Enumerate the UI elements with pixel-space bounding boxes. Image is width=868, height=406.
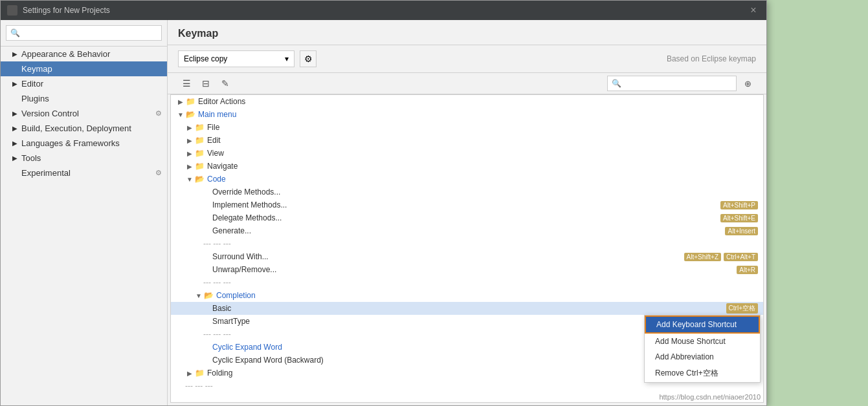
- tree-item-implement-methods[interactable]: Implement Methods... Alt+Shift+P: [171, 198, 763, 211]
- tree-item-main-menu[interactable]: ▼ 📂 Main menu: [171, 108, 763, 121]
- keymap-selector-left: Eclipse copy ▾ ⚙: [178, 50, 317, 67]
- tree-item-unwrap-remove[interactable]: Unwrap/Remove... Alt+R: [171, 263, 763, 276]
- expand-arrow-plugins: [11, 95, 19, 103]
- gear-icon-experimental: ⚙: [155, 169, 162, 177]
- main-panel: Keymap Eclipse copy ▾ ⚙ Based on Eclipse…: [168, 20, 766, 405]
- tree-item-editor-actions[interactable]: ▶ 📁 Editor Actions: [171, 95, 763, 108]
- context-menu-item-add-keyboard-shortcut[interactable]: Add Keyboard Shortcut: [645, 315, 760, 334]
- separator-1: --- --- ---: [171, 237, 763, 250]
- expand-arrow-appearance: ▶: [11, 50, 19, 58]
- settings-window: Settings for New Projects × ▶ Appearance…: [0, 0, 767, 406]
- tree-label-override-methods: Override Methods...: [212, 187, 758, 197]
- add-mouse-shortcut-label: Add Mouse Shortcut: [655, 337, 726, 346]
- shortcut-alt-shift-z: Alt+Shift+Z: [684, 253, 721, 261]
- tree-label-implement-methods: Implement Methods...: [212, 200, 720, 209]
- keymap-dropdown[interactable]: Eclipse copy ▾: [178, 50, 295, 67]
- tree-item-delegate-methods[interactable]: Delegate Methods... Alt+Shift+E: [171, 211, 763, 224]
- expand-unwrap: [203, 265, 212, 274]
- sidebar-item-tools[interactable]: ▶ Tools: [1, 151, 167, 166]
- tree-label-editor-actions: Editor Actions: [198, 97, 758, 106]
- shortcuts-unwrap: Alt+R: [737, 266, 758, 274]
- sidebar-label-langs: Languages & Frameworks: [21, 138, 162, 148]
- shortcuts-generate: Alt+Insert: [725, 227, 758, 235]
- remove-shortcut-label: Remove Ctrl+空格: [655, 369, 718, 378]
- sidebar-item-build-execution[interactable]: ▶ Build, Execution, Deployment: [1, 121, 167, 136]
- dropdown-arrow-icon: ▾: [285, 54, 289, 63]
- close-button[interactable]: ×: [747, 4, 760, 17]
- tree-item-override-methods[interactable]: Override Methods...: [171, 186, 763, 198]
- tree-label-surround-with: Surround With...: [212, 252, 684, 261]
- expand-cyclic: [203, 343, 212, 352]
- search-submit-button[interactable]: ⊕: [739, 76, 756, 91]
- shortcut-alt-shift-p: Alt+Shift+P: [720, 201, 758, 209]
- add-abbreviation-label: Add Abbreviation: [655, 352, 714, 361]
- shortcuts-implement: Alt+Shift+P: [720, 201, 758, 209]
- sidebar-label-keymap: Keymap: [21, 64, 162, 74]
- sidebar-label-vc: Version Control: [21, 109, 155, 118]
- sidebar-item-plugins[interactable]: Plugins: [1, 91, 167, 106]
- expand-folding[interactable]: ▶: [185, 369, 194, 378]
- context-menu-item-add-abbreviation[interactable]: Add Abbreviation: [645, 349, 760, 365]
- collapse-all-button[interactable]: ☰: [178, 76, 195, 91]
- expand-override: [203, 187, 212, 197]
- sidebar-label-appearance-behavior: Appearance & Behavior: [21, 49, 162, 59]
- tree-label-completion: Completion: [216, 291, 758, 300]
- expand-editor-actions[interactable]: ▶: [176, 97, 185, 106]
- sep4-text: --- --- ---: [185, 381, 213, 390]
- shortcuts-surround: Alt+Shift+Z Ctrl+Alt+T: [684, 253, 758, 261]
- keymap-gear-button[interactable]: ⚙: [300, 50, 317, 67]
- tree-item-surround-with[interactable]: Surround With... Alt+Shift+Z Ctrl+Alt+T: [171, 250, 763, 263]
- tree-item-edit[interactable]: ▶ 📁 Edit: [171, 134, 763, 147]
- expand-file[interactable]: ▶: [185, 123, 194, 132]
- shortcut-alt-r: Alt+R: [737, 266, 758, 274]
- tree-item-code[interactable]: ▼ 📂 Code: [171, 173, 763, 186]
- separator-2: --- --- ---: [171, 276, 763, 289]
- tree-label-code: Code: [207, 175, 758, 184]
- expand-delegate: [203, 213, 212, 222]
- sidebar-item-version-control[interactable]: ▶ Version Control ⚙: [1, 106, 167, 121]
- sidebar-item-experimental[interactable]: Experimental ⚙: [1, 166, 167, 180]
- folder-icon-main-menu: 📂: [185, 109, 195, 120]
- tree-label-unwrap-remove: Unwrap/Remove...: [212, 265, 737, 274]
- expand-main-menu[interactable]: ▼: [176, 110, 185, 119]
- expand-edit[interactable]: ▶: [185, 136, 194, 145]
- main-title: Keymap: [168, 20, 766, 45]
- content-area: ▶ Appearance & Behavior Keymap ▶ Editor …: [1, 20, 766, 405]
- expand-arrow-tools: ▶: [11, 155, 19, 162]
- expand-arrow-langs: ▶: [11, 140, 19, 147]
- tree-item-basic[interactable]: Basic Ctrl+空格: [171, 302, 763, 315]
- expand-implement: [203, 200, 212, 209]
- sidebar-item-languages-frameworks[interactable]: ▶ Languages & Frameworks: [1, 136, 167, 151]
- sidebar-item-keymap[interactable]: Keymap: [1, 61, 167, 76]
- tree-item-file[interactable]: ▶ 📁 File: [171, 121, 763, 134]
- titlebar-left: Settings for New Projects: [7, 5, 110, 16]
- sidebar: ▶ Appearance & Behavior Keymap ▶ Editor …: [1, 20, 168, 405]
- titlebar: Settings for New Projects ×: [1, 1, 766, 20]
- tree-item-generate[interactable]: Generate... Alt+Insert: [171, 224, 763, 237]
- sidebar-items-list: ▶ Appearance & Behavior Keymap ▶ Editor …: [1, 47, 167, 405]
- tree-item-navigate[interactable]: ▶ 📁 Navigate: [171, 160, 763, 173]
- tree-label-view: View: [207, 149, 758, 158]
- expand-basic: [203, 304, 212, 313]
- expand-completion[interactable]: ▼: [194, 291, 203, 300]
- keymap-search-input[interactable]: [607, 76, 737, 91]
- tree-item-view[interactable]: ▶ 📁 View: [171, 147, 763, 160]
- expand-all-button[interactable]: ⊟: [197, 76, 214, 91]
- tree-item-completion[interactable]: ▼ 📂 Completion: [171, 289, 763, 302]
- shortcut-ctrl-space: Ctrl+空格: [726, 303, 758, 314]
- toolbar-left: ☰ ⊟ ✎: [178, 76, 234, 91]
- context-menu-item-add-mouse-shortcut[interactable]: Add Mouse Shortcut: [645, 334, 760, 349]
- sidebar-item-editor[interactable]: ▶ Editor: [1, 76, 167, 91]
- sidebar-search-box: [1, 20, 167, 47]
- sidebar-item-appearance-behavior[interactable]: ▶ Appearance & Behavior: [1, 47, 167, 61]
- expand-code[interactable]: ▼: [185, 175, 194, 184]
- folder-icon-folding: 📁: [194, 368, 205, 378]
- tree-label-navigate: Navigate: [207, 162, 758, 171]
- context-menu-item-remove-shortcut[interactable]: Remove Ctrl+空格: [645, 365, 760, 382]
- tree-label-delegate-methods: Delegate Methods...: [212, 213, 720, 222]
- sidebar-label-build: Build, Execution, Deployment: [21, 123, 162, 133]
- expand-navigate[interactable]: ▶: [185, 162, 194, 171]
- edit-button[interactable]: ✎: [217, 76, 234, 91]
- sidebar-search-input[interactable]: [6, 25, 162, 41]
- expand-view[interactable]: ▶: [185, 149, 194, 158]
